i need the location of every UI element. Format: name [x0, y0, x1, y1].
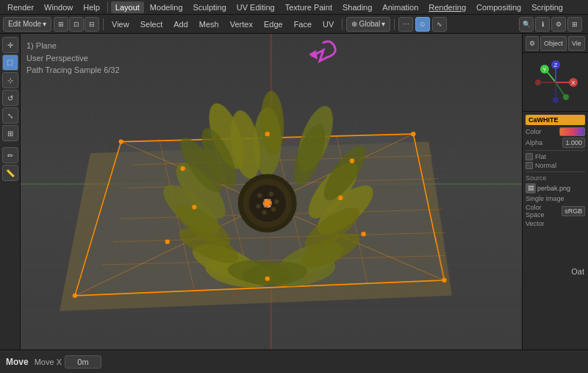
svg-point-72 — [257, 193, 262, 198]
svg-point-75 — [271, 207, 276, 211]
menu-animation[interactable]: Animation — [378, 1, 423, 13]
select-tool[interactable]: ☐ — [2, 54, 18, 71]
svg-point-85 — [265, 132, 270, 136]
menu-render[interactable]: Render — [3, 1, 38, 13]
annotate-tool[interactable]: ✏ — [2, 147, 18, 163]
snapping-btn[interactable]: ⋯ — [398, 17, 413, 32]
svg-point-82 — [265, 200, 270, 206]
svg-point-103 — [563, 94, 569, 100]
toolbar-uv[interactable]: UV — [318, 18, 338, 30]
chevron-down-icon: ▾ — [43, 20, 46, 28]
svg-point-105 — [553, 97, 559, 103]
sep-2 — [103, 18, 104, 30]
render-engine-btn[interactable]: ⚙ — [526, 36, 539, 51]
flat-label: Flat — [535, 153, 546, 160]
scale-tool[interactable]: ⤡ — [2, 107, 18, 124]
search-icon[interactable]: 🔍 — [519, 17, 534, 32]
measure-tool[interactable]: 📏 — [2, 165, 18, 181]
menu-rendering[interactable]: Rendering — [424, 1, 470, 13]
sep-3 — [342, 18, 343, 30]
right-panel-header: ⚙ Object Vie — [523, 34, 588, 53]
status-bar: Move Move X — [0, 349, 588, 373]
move-x-input[interactable] — [65, 355, 101, 369]
toolbar-add[interactable]: Add — [169, 18, 193, 30]
gear-icon[interactable]: ⚙ — [551, 17, 566, 32]
toolbar-vertex[interactable]: Vertex — [226, 18, 257, 30]
mode-select[interactable]: Edit Mode ▾ — [3, 17, 51, 32]
oat-label: Oat — [571, 267, 584, 276]
svg-point-84 — [338, 196, 343, 200]
menu-layout[interactable]: Layout — [111, 1, 144, 13]
move-tool[interactable]: ⊹ — [2, 72, 18, 88]
menu-scripting[interactable]: Scripting — [527, 1, 567, 13]
vector-label: Vector — [526, 220, 545, 227]
svg-point-83 — [192, 205, 196, 209]
alpha-row: Alpha 1.000 — [526, 138, 585, 148]
toolbar-icon-1[interactable]: ⊞ — [54, 17, 68, 32]
toolbar-face[interactable]: Face — [290, 18, 316, 30]
single-image-label: Single Image — [526, 195, 564, 202]
viewport: 1) Plane User Perspective Path Tracing S… — [21, 34, 522, 349]
transform-tool[interactable]: ⊞ — [2, 125, 18, 141]
view-btn[interactable]: Vie — [568, 36, 585, 51]
flat-row: Flat — [526, 153, 585, 160]
svg-point-76 — [262, 210, 266, 215]
svg-line-94 — [547, 71, 556, 82]
alpha-value[interactable]: 1.000 — [562, 138, 585, 148]
divider-2 — [526, 171, 585, 172]
transform-selector[interactable]: ⊕ Global ▾ — [346, 17, 390, 32]
svg-text:Y: Y — [542, 66, 547, 73]
left-toolbar: ✛ ☐ ⊹ ↺ ⤡ ⊞ ✏ 📏 — [0, 34, 21, 349]
cursor-tool[interactable]: ✛ — [2, 37, 18, 53]
object-btn[interactable]: Object — [540, 36, 567, 51]
overlay-btn[interactable]: ∿ — [432, 17, 447, 32]
proportional-btn[interactable]: ⊙ — [415, 17, 430, 32]
nav-widget: X Y Z — [523, 53, 588, 112]
menu-shading[interactable]: Shading — [338, 1, 376, 13]
navigation-gizmo[interactable]: X Y Z — [534, 60, 578, 104]
svg-point-74 — [274, 199, 279, 204]
properties-panel: CaWHITE Color Alpha 1.000 Flat Normal — [523, 112, 588, 349]
color-row: Color — [526, 127, 585, 136]
toolbar-icon-2[interactable]: ⊡ — [69, 17, 84, 32]
toolbar: Edit Mode ▾ ⊞ ⊡ ⊟ View Select Add Mesh V… — [0, 15, 588, 34]
toolbar-mesh[interactable]: Mesh — [195, 18, 223, 30]
file-row: 🖼 perbak.png — [526, 183, 585, 193]
properties-header: CaWHITE — [526, 115, 585, 125]
window-icon[interactable]: ⊞ — [567, 17, 582, 32]
svg-line-102 — [556, 82, 564, 96]
alpha-label: Alpha — [526, 139, 542, 146]
menu-sculpting[interactable]: Sculpting — [189, 1, 231, 13]
svg-point-87 — [181, 166, 185, 171]
menu-modeling[interactable]: Modeling — [146, 1, 187, 13]
color-space-label: Color Space — [526, 204, 562, 219]
toolbar-select[interactable]: Select — [136, 18, 168, 30]
toolbar-edge[interactable]: Edge — [259, 18, 287, 30]
flat-checkbox[interactable] — [526, 153, 533, 160]
menu-bar: Render Window Help Layout Modeling Sculp… — [0, 0, 588, 15]
color-label: Color — [526, 128, 542, 135]
svg-text:Z: Z — [553, 62, 557, 68]
single-image-row: Single Image — [526, 195, 585, 202]
toolbar-icon-3[interactable]: ⊟ — [85, 17, 99, 32]
sep-1 — [107, 1, 108, 13]
color-space-value[interactable]: sRGB — [562, 206, 585, 216]
toolbar-view[interactable]: View — [107, 18, 134, 30]
svg-point-89 — [165, 239, 170, 244]
svg-point-101 — [535, 79, 541, 85]
source-label: Source — [526, 174, 585, 182]
menu-compositing[interactable]: Compositing — [472, 1, 526, 13]
move-label: Move — [6, 357, 29, 367]
normal-row: Normal — [526, 162, 585, 169]
divider-1 — [526, 150, 585, 151]
rotate-tool[interactable]: ↺ — [2, 90, 18, 106]
menu-help[interactable]: Help — [79, 1, 104, 13]
normal-checkbox[interactable] — [526, 162, 533, 169]
menu-texture-paint[interactable]: Texture Paint — [281, 1, 337, 13]
info-icon[interactable]: ℹ — [535, 17, 550, 32]
menu-window[interactable]: Window — [40, 1, 77, 13]
main-layout: ✛ ☐ ⊹ ↺ ⤡ ⊞ ✏ 📏 — [0, 34, 588, 349]
vector-row: Vector — [526, 220, 585, 227]
menu-uv-editing[interactable]: UV Editing — [232, 1, 279, 13]
transform-icon: ⊕ — [351, 20, 357, 28]
